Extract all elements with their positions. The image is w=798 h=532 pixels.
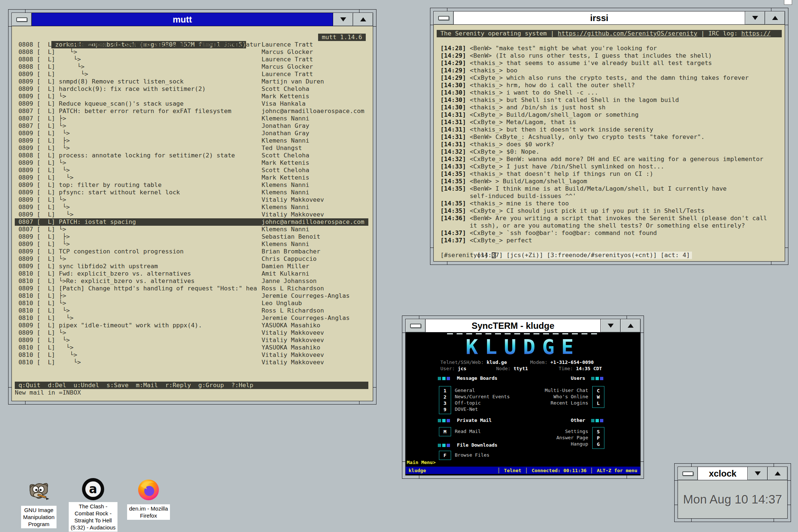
files-menu-labels[interactable]: Browse Files — [455, 452, 490, 458]
menu-item-settings[interactable]: Settings — [556, 428, 588, 434]
menu-item-hangup[interactable]: Hangup — [556, 441, 588, 447]
other-menu-labels[interactable]: Settings Answer Page Hangup — [556, 428, 588, 447]
mail-row[interactable]: 0810 [ L] └>Leo Unglaub — [15, 300, 368, 307]
menu-item-browse-files[interactable]: Browse Files — [455, 452, 490, 458]
mail-row[interactable]: 0810 [ L] ├>Jeremie Courreges-Anglas — [15, 292, 368, 300]
mail-row[interactable]: 0807 [ L] PATCH: better error return for… — [15, 108, 368, 115]
menu-item-recent-logins[interactable]: Recent Logins — [545, 400, 588, 406]
mail-row[interactable]: 0809 [ L] TCP congestion control progres… — [15, 248, 368, 255]
window-titlebar[interactable]: SyncTERM - kludge — [406, 319, 640, 332]
mail-row[interactable]: 0809 [ L] └>Ted Unangst — [15, 144, 368, 152]
mail-row[interactable]: 0809 [ L] └>Klemens Nanni — [15, 241, 368, 248]
mutt-version: mutt 1.14.6 — [318, 34, 366, 41]
mail-row[interactable]: 0808 [ L] process: annotate locking for … — [15, 152, 368, 159]
mail-row[interactable]: 0808 [ L] └>Re: video -c: showing auto w… — [15, 41, 368, 48]
mail-row[interactable]: 0810 [ L] └>Re: explicit_bzero vs. alter… — [15, 277, 368, 285]
mutt-terminal[interactable]: zorkmid: =openbsd-tech (msgs:9808 152M f… — [12, 26, 373, 401]
mail-row[interactable]: 0810 [ L] └>Jeremie Courreges-Anglas — [15, 314, 368, 322]
window-titlebar[interactable]: xclock — [678, 467, 787, 480]
mailbox-status-row: zorkmid: =openbsd-tech (msgs:9808 152M f… — [15, 34, 368, 41]
irssi-terminal[interactable]: The Serenity operating system | https://… — [434, 25, 785, 261]
mail-row[interactable]: 0809 [ L] ├>Sebastian Benoit — [15, 233, 368, 241]
mail-row[interactable]: 0809 [ L] └>Mark Kettenis — [15, 93, 368, 100]
menu-item-read-mail[interactable]: Read Mail — [455, 428, 481, 434]
minimize-button[interactable] — [12, 13, 32, 26]
mail-row[interactable]: 0809 [ L] pfsync: start without kernel l… — [15, 189, 368, 196]
mail-row[interactable]: 0809 [ L] └>Vitaliy Makkoveev — [15, 329, 368, 337]
bbs-node-line: Node: ttyt1 — [496, 365, 528, 372]
mail-row[interactable]: 0809 [ L] └>Chris Cappuccio — [15, 255, 368, 263]
mail-row[interactable]: 0809 [ L] └>Jonathan Gray — [15, 130, 368, 137]
mail-row[interactable]: 0809 [ L] pipex "idle-timeout" work with… — [15, 322, 368, 329]
mail-row[interactable]: 0807 [ L] PATCH: iostat spacingjohnc@arm… — [15, 218, 368, 226]
window-lower-button[interactable] — [333, 13, 353, 26]
minimize-button[interactable] — [434, 11, 454, 24]
mail-row[interactable]: 0809 [ L] └>Vitaliy Makkoveev — [15, 211, 368, 218]
window-lower-button[interactable] — [747, 467, 767, 480]
mail-row[interactable]: 0807 [ L] └>Klemens Nanni — [15, 226, 368, 233]
menu-item-dovenet[interactable]: DOVE-Net — [455, 406, 510, 412]
window-lower-button[interactable] — [745, 11, 765, 24]
mail-row[interactable]: 0810 [ L] └>Vitaliy Makkoveev — [15, 359, 368, 366]
chat-line: [14:30] <thakis_> i want to do Shell -c … — [437, 89, 782, 96]
frame-tick — [640, 332, 644, 333]
window-raise-button[interactable] — [765, 11, 785, 24]
menu-item-whos-online[interactable]: Who's Online — [545, 393, 588, 400]
mail-row[interactable]: 0809 [ L] └>Klemens Nanni — [15, 204, 368, 211]
window-lower-button[interactable] — [600, 319, 620, 332]
mail-menu-labels[interactable]: Read Mail — [455, 428, 481, 434]
mail-row[interactable]: 0808 [ L] └>Laurence Tratt — [15, 56, 368, 63]
main-menu-prompt[interactable]: Main Menu> — [407, 459, 436, 466]
menu-item-chat[interactable]: Multi-User Chat — [545, 387, 588, 393]
user-menu-labels[interactable]: Multi-User Chat Who's Online Recent Logi… — [545, 387, 588, 406]
syncterm-window[interactable]: SyncTERM - kludge KLUDGE Telnet/SSH/Web:… — [402, 316, 644, 479]
mail-row[interactable]: 0809 [ L] └>Laurence Tratt — [15, 71, 368, 78]
bbs-terminal[interactable]: KLUDGE Telnet/SSH/Web: klud.ge Modem: +1… — [406, 332, 640, 475]
section-message-boards: Message Boards — [438, 375, 497, 381]
mail-row[interactable]: 0807 [ L] ├>Klemens Nanni — [15, 115, 368, 122]
other-keys-box[interactable]: S P G — [592, 427, 604, 449]
mail-row[interactable]: 0809 [ L] snmpd(8) Remove struct listen_… — [15, 78, 368, 85]
menu-item-news[interactable]: News/Current Events — [455, 393, 510, 400]
mail-row[interactable]: 0810 [ L] Fwd: explicit_bzero vs. altern… — [15, 270, 368, 277]
window-titlebar[interactable]: irssi — [434, 11, 785, 25]
mail-row[interactable]: 0809 [ L] └>Vitaliy Makkoveev — [15, 196, 368, 204]
mail-row[interactable]: 0809 [ L] └>Mark Kettenis — [15, 174, 368, 181]
mail-row[interactable]: 0809 [ L] Reduce kqueue_scan()'s stack u… — [15, 100, 368, 108]
mail-row[interactable]: 0809 [ L] └>Vitaliy Makkoveev — [15, 337, 368, 344]
mail-row[interactable]: 0809 [ L] └>Scott Cheloha — [15, 167, 368, 174]
minimize-button[interactable] — [678, 467, 698, 480]
mail-row[interactable]: 0810 [ L] └>Vitaliy Makkoveev — [15, 351, 368, 359]
mail-list[interactable]: 0808 [ L] └>Re: video -c: showing auto w… — [15, 41, 368, 366]
mail-row[interactable]: 0809 [ L] hardclock(9): fix race with se… — [15, 85, 368, 93]
window-raise-button[interactable] — [767, 467, 787, 480]
window-raise-button[interactable] — [620, 319, 640, 332]
window-titlebar[interactable]: mutt — [12, 13, 373, 26]
mail-row[interactable]: 0807 [ L] └>Jonathan Gray — [15, 122, 368, 130]
menu-item-offtopic[interactable]: Off-topic — [455, 400, 510, 406]
audacious-minimized-icon[interactable]: a The Clash - Combat Rock - Straight To … — [64, 478, 123, 532]
mail-key-box[interactable]: M — [439, 427, 451, 436]
board-menu-labels[interactable]: General News/Current Events Off-topic DO… — [455, 387, 510, 412]
mail-row[interactable]: 0810 [ L] └>Ross L Richardson — [15, 307, 368, 314]
mail-row[interactable]: 0808 [ L] └>Marcus Glocker — [15, 48, 368, 56]
mail-row[interactable]: 0809 [ L] ├>Klemens Nanni — [15, 137, 368, 144]
firefox-minimized-icon[interactable]: den.im - Mozilla Firefox — [119, 478, 178, 520]
xclock-window[interactable]: xclock Mon Aug 10 14:37 — [674, 463, 791, 522]
mail-row[interactable]: 0808 [ L] └>Marcus Glocker — [15, 63, 368, 71]
mail-row[interactable]: 0809 [ L] └>Mark Kettenis — [15, 159, 368, 167]
window-raise-button[interactable] — [353, 13, 373, 26]
mail-row[interactable]: 0809 [ L] sync libfido2 with upstreamDam… — [15, 263, 368, 270]
mail-row[interactable]: 0809 [ L] [Patch] Change httpd's handlin… — [15, 285, 368, 292]
mail-row[interactable]: 0809 [ L] top: filter by routing tableKl… — [15, 181, 368, 189]
mail-row[interactable]: 0810 [ L] └>YASUOKA Masahiko — [15, 344, 368, 351]
menu-item-answer-page[interactable]: Answer Page — [556, 434, 588, 441]
board-keys-box[interactable]: 1 2 3 9 — [439, 386, 451, 414]
menu-item-general[interactable]: General — [455, 387, 510, 393]
user-keys-box[interactable]: C W L — [592, 386, 604, 408]
mutt-window[interactable]: mutt zorkmid: =openbsd-tech (msgs:9808 1… — [8, 9, 376, 405]
irssi-window[interactable]: irssi The Serenity operating system | ht… — [430, 8, 788, 265]
minimize-button[interactable] — [406, 319, 426, 332]
files-key-box[interactable]: F — [439, 451, 451, 460]
gimp-minimized-icon[interactable]: GNU Image Manipulation Program — [11, 480, 66, 528]
